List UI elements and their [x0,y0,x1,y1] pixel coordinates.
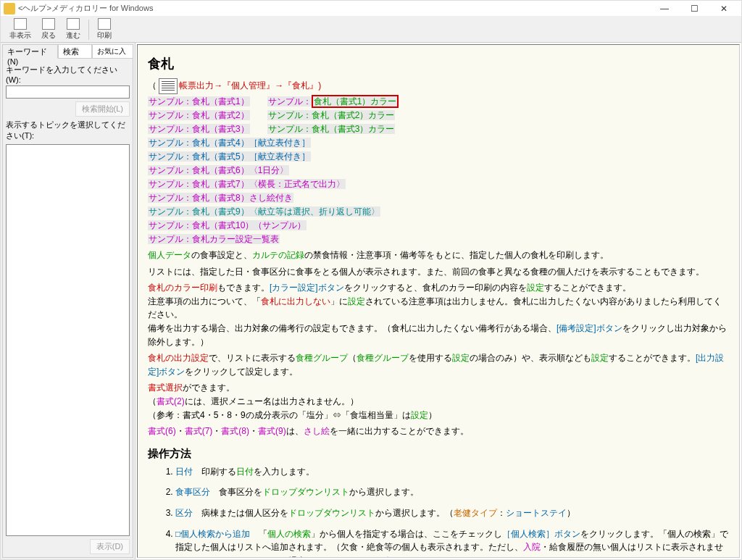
page-title: 食札 [148,55,729,72]
separator [88,20,89,40]
tab-favorites[interactable]: お気に入 ▸ [92,44,133,59]
list-item: 区分 病棟または個人区分をドロップダウンリストから選択します。（老健タイプ：ショ… [175,506,729,520]
sample-link[interactable]: サンプル：食札（書式8）さし絵付き [148,193,293,203]
list-item: 食事区分 食事区分をドロップダウンリストから選択します。 [175,485,729,499]
sample-link[interactable]: サンプル：食札（書式4）［献立表付き］ [148,138,311,148]
titlebar: <ヘルプ>メディカロリー for Windows — ☐ ✕ [1,1,741,17]
sample-link[interactable]: サンプル：食札（書式1） [148,96,250,106]
topic-label: 表示するトピックを選択してください(T): [6,120,130,141]
tab-keyword[interactable]: キーワード(N) [2,44,58,59]
sample-link[interactable]: サンプル：食札（書式2） [148,110,250,120]
list-item: □個人検索から追加 「個人の検索」から個人を指定する場合は、ここをチェックし［個… [175,527,729,559]
close-button[interactable]: ✕ [709,1,738,16]
back-button[interactable]: 戻る [37,17,60,42]
print-button[interactable]: 印刷 [93,17,116,42]
sample-link[interactable]: サンプル：食札（書式10）（サンプル） [148,220,307,230]
list-item: 日付 印刷する日付を入力します。 [175,465,729,479]
forward-button[interactable]: 進む [62,17,85,42]
toolbar: 非表示 戻る 進む 印刷 [1,17,741,43]
maximize-button[interactable]: ☐ [680,1,709,16]
sample-link[interactable]: サンプル：食札（書式7）〈横長：正式名で出力〉 [148,179,346,189]
sample-link[interactable]: サンプル：食札（書式2）カラー [267,110,396,120]
sample-link[interactable]: サンプル：食札カラー設定一覧表 [148,234,280,244]
content-pane[interactable]: 食札 （ 帳票出力→『個人管理』→『食札』) サンプル：食札（書式1） サンプル… [137,44,740,558]
start-search-button[interactable]: 検索開始(L) [75,101,130,117]
topic-list[interactable] [6,144,130,536]
minimize-button[interactable]: — [650,1,679,16]
hide-button[interactable]: 非表示 [5,17,36,42]
sample-link[interactable]: サンプル：食札（書式3）カラー [267,124,396,134]
sample-link[interactable]: サンプル：食札（書式9）〈献立等は選択、折り返し可能〉 [148,206,380,217]
sample-link[interactable]: サンプル：食札（書式6）〈1日分〉 [148,165,289,175]
sidebar: キーワード(N) 検索(S) お気に入 ▸ キーワードを入力してください(W):… [1,43,136,559]
keyword-input[interactable] [6,85,130,99]
app-icon [4,3,15,14]
tab-search[interactable]: 検索(S) [58,44,92,59]
window-title: <ヘルプ>メディカロリー for Windows [18,3,650,14]
keyword-label: キーワードを入力してください(W): [6,64,130,84]
sample-link[interactable]: サンプル：食札（書式5）［献立表付き］ [148,151,311,162]
sample-link[interactable]: サンプル：食札（書式3） [148,124,250,134]
breadcrumb: 帳票出力→『個人管理』→『食札』) [179,80,321,91]
sample-link[interactable]: サンプル：食札（書式1）カラー [267,96,400,106]
document-icon [159,78,178,94]
how-to-heading: 操作方法 [148,447,729,461]
show-button[interactable]: 表示(D) [90,539,130,554]
